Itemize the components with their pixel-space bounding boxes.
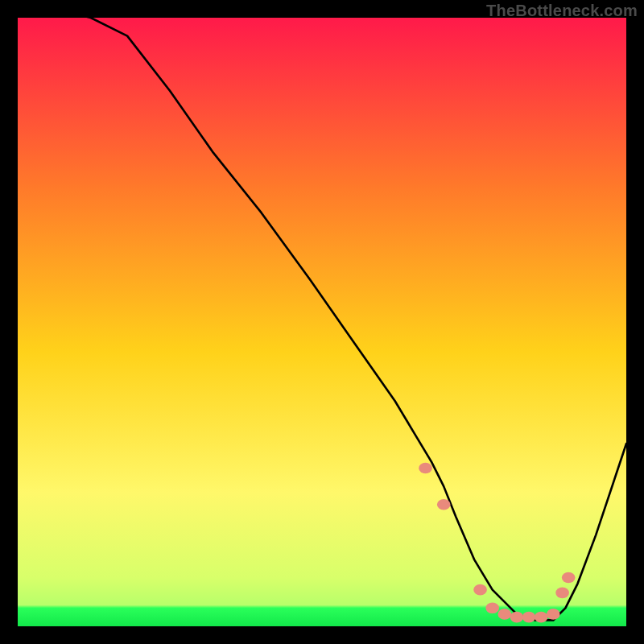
highlight-marker (555, 588, 569, 599)
highlight-marker (547, 609, 560, 620)
gradient-background (18, 18, 626, 626)
chart-svg (18, 18, 626, 626)
highlight-marker (562, 572, 576, 584)
highlight-marker (522, 612, 536, 623)
highlight-marker (497, 609, 511, 620)
highlight-marker (485, 603, 499, 614)
highlight-marker (473, 584, 487, 596)
plot-area (18, 18, 626, 626)
highlight-marker (535, 612, 548, 623)
highlight-marker (437, 499, 451, 510)
watermark-text: TheBottleneck.com (486, 2, 638, 20)
chart-frame: TheBottleneck.com (0, 0, 644, 644)
highlight-marker (510, 612, 524, 623)
highlight-marker (419, 463, 432, 474)
